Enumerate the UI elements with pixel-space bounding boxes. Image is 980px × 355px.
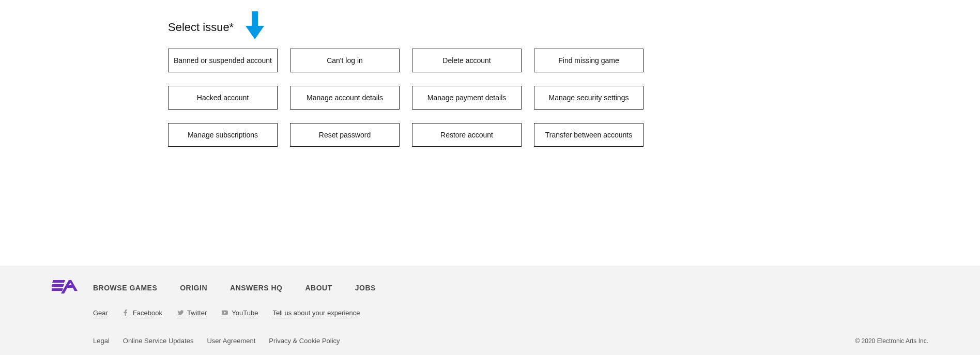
option-label: Find missing game: [558, 56, 619, 65]
option-label: Restore account: [440, 131, 493, 139]
link-twitter[interactable]: Twitter: [177, 309, 207, 318]
option-label: Transfer between accounts: [545, 131, 632, 139]
link-label: Twitter: [187, 309, 207, 317]
nav-jobs[interactable]: JOBS: [355, 284, 376, 292]
option-banned-suspended[interactable]: Banned or suspended account: [168, 49, 278, 72]
youtube-icon: [221, 310, 228, 317]
nav-about[interactable]: ABOUT: [305, 284, 332, 292]
option-label: Banned or suspended account: [174, 56, 272, 65]
option-label: Reset password: [319, 131, 371, 139]
option-label: Manage payment details: [427, 94, 507, 102]
footer-nav: BROWSE GAMES ORIGIN ANSWERS HQ ABOUT JOB…: [93, 284, 376, 292]
nav-origin[interactable]: ORIGIN: [180, 284, 207, 292]
option-reset-password[interactable]: Reset password: [290, 123, 400, 147]
option-transfer-accounts[interactable]: Transfer between accounts: [534, 123, 644, 147]
option-manage-subscriptions[interactable]: Manage subscriptions: [168, 123, 278, 147]
link-gear[interactable]: Gear: [93, 309, 108, 318]
link-label: YouTube: [232, 309, 258, 317]
link-privacy-cookie[interactable]: Privacy & Cookie Policy: [269, 337, 340, 345]
option-manage-account[interactable]: Manage account details: [290, 86, 400, 110]
svg-rect-0: [252, 11, 258, 27]
issue-options-grid: Banned or suspended account Can't log in…: [168, 49, 654, 160]
facebook-icon: [122, 310, 130, 317]
link-youtube[interactable]: YouTube: [221, 309, 258, 318]
option-restore-account[interactable]: Restore account: [412, 123, 522, 147]
page: Select issue* Banned or suspended accoun…: [0, 0, 980, 355]
nav-browse-games[interactable]: BROWSE GAMES: [93, 284, 157, 292]
option-cant-log-in[interactable]: Can't log in: [290, 49, 400, 72]
twitter-icon: [177, 310, 184, 317]
svg-marker-3: [52, 284, 64, 287]
link-user-agreement[interactable]: User Agreement: [207, 337, 255, 345]
link-label: Gear: [93, 309, 108, 317]
link-label: Facebook: [133, 309, 162, 317]
link-facebook[interactable]: Facebook: [122, 309, 162, 318]
option-label: Manage subscriptions: [188, 131, 258, 139]
issue-selector: Select issue* Banned or suspended accoun…: [0, 0, 980, 160]
svg-marker-4: [52, 288, 63, 291]
ea-logo-icon: [52, 280, 78, 296]
svg-marker-2: [52, 280, 65, 283]
site-footer: BROWSE GAMES ORIGIN ANSWERS HQ ABOUT JOB…: [0, 266, 980, 355]
option-delete-account[interactable]: Delete account: [412, 49, 522, 72]
option-hacked-account[interactable]: Hacked account: [168, 86, 278, 110]
option-manage-security[interactable]: Manage security settings: [534, 86, 644, 110]
option-label: Hacked account: [197, 94, 249, 102]
option-manage-payment[interactable]: Manage payment details: [412, 86, 522, 110]
option-label: Delete account: [442, 56, 491, 65]
footer-social-row: Gear Facebook Twitter: [93, 309, 928, 318]
option-label: Manage security settings: [549, 94, 629, 102]
link-label: Tell us about your experience: [272, 309, 360, 317]
arrow-down-icon: [246, 11, 264, 41]
select-issue-heading: Select issue*: [168, 21, 980, 34]
link-online-service-updates[interactable]: Online Service Updates: [123, 337, 194, 345]
link-feedback[interactable]: Tell us about your experience: [272, 309, 360, 318]
option-find-missing-game[interactable]: Find missing game: [534, 49, 644, 72]
copyright-text: © 2020 Electronic Arts Inc.: [855, 337, 928, 345]
option-label: Can't log in: [327, 56, 363, 65]
link-legal[interactable]: Legal: [93, 337, 110, 345]
option-label: Manage account details: [307, 94, 383, 102]
nav-answers-hq[interactable]: ANSWERS HQ: [230, 284, 282, 292]
svg-marker-1: [246, 26, 264, 39]
footer-legal-row: Legal Online Service Updates User Agreem…: [93, 337, 928, 345]
